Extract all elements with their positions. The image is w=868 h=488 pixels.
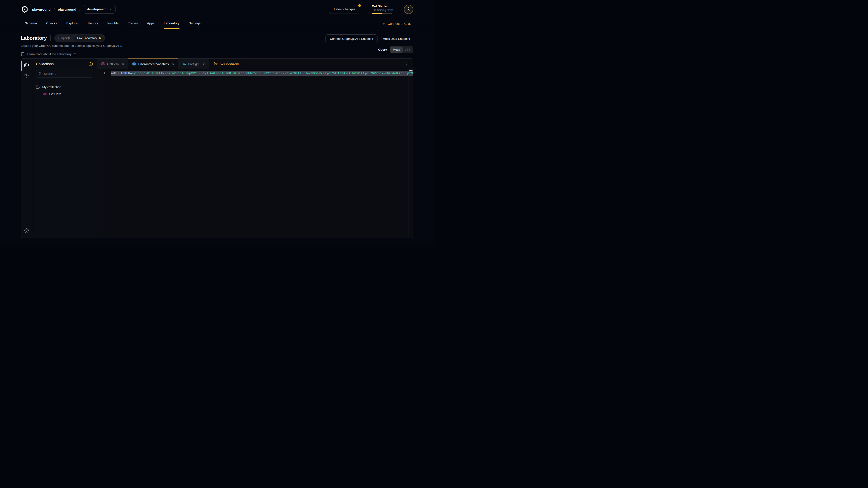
- rail-history-button[interactable]: [23, 72, 31, 80]
- learn-more-label: Learn more about the Laboratory: [27, 53, 71, 56]
- env-var-value: eyJhbGciOiJIUzI1NiIsInR5cCI6IkpXVCJ9.eyJ…: [132, 71, 413, 75]
- nav-tab-apps[interactable]: Apps: [147, 19, 154, 29]
- operation-name: GetHero: [49, 92, 61, 96]
- collections-search: [36, 70, 93, 77]
- collections-panel: Collections My Collection: [32, 59, 97, 238]
- folder-open-icon: [36, 85, 40, 89]
- globe-icon: [132, 62, 136, 66]
- editor-tabbar: GetHero × Environment Variables × Prefli…: [97, 59, 413, 69]
- laboratory-mode-toggle: GraphiQL Hive Laboratory: [54, 34, 105, 42]
- page-subtitle: Explore your GraphQL schema and run quer…: [21, 44, 122, 47]
- mode-option-graphiql[interactable]: GraphiQL: [55, 35, 74, 41]
- scrollbar-thumb[interactable]: [409, 70, 412, 71]
- query-mode-toggle: Mock API: [390, 46, 413, 53]
- graphql-logo-icon: [101, 62, 105, 66]
- get-started-title: Get Started: [372, 4, 393, 8]
- close-icon[interactable]: ×: [122, 62, 124, 66]
- nav-tab-explorer[interactable]: Explorer: [66, 19, 79, 29]
- chevron-down-icon: [109, 8, 112, 11]
- fullscreen-button[interactable]: [402, 59, 413, 69]
- query-mode-mock[interactable]: Mock: [390, 46, 403, 53]
- rail-settings-button[interactable]: [23, 227, 31, 235]
- nav-tab-traces[interactable]: Traces: [128, 19, 138, 29]
- nav-tab-laboratory[interactable]: Laboratory: [164, 19, 180, 29]
- header-right: Latest changes Get Started 3 remaining t…: [329, 4, 413, 14]
- tab-gethero-label: GetHero: [107, 62, 119, 66]
- page-title: Laboratory: [21, 35, 47, 41]
- notification-dot: [358, 4, 361, 7]
- nav-tab-insights[interactable]: Insights: [107, 19, 119, 29]
- breadcrumb-org[interactable]: playground: [32, 7, 51, 11]
- mode-active-dot: [99, 37, 101, 39]
- add-operation-button[interactable]: Add operation: [209, 59, 244, 69]
- maximize-icon: [406, 61, 410, 66]
- rail-collections-button[interactable]: [23, 61, 31, 70]
- page-head: Laboratory GraphiQL Hive Laboratory Expl…: [0, 29, 434, 58]
- query-mode-row: Query Mock API: [378, 46, 413, 53]
- tab-preflight[interactable]: Preflight ×: [178, 59, 209, 69]
- breadcrumb-project[interactable]: playground: [58, 7, 76, 11]
- project-nav-tabs: Schema Checks Explorer History Insights …: [25, 19, 200, 29]
- gear-icon: [24, 228, 29, 234]
- folders-icon: [24, 63, 29, 68]
- hive-logo-icon[interactable]: [21, 5, 29, 13]
- nav-tab-checks[interactable]: Checks: [46, 19, 57, 29]
- breadcrumb: playground / playground / development: [32, 5, 116, 13]
- nav-tab-schema[interactable]: Schema: [25, 19, 37, 29]
- folder-plus-icon: [89, 62, 93, 67]
- tab-gethero[interactable]: GetHero ×: [97, 59, 128, 69]
- search-input[interactable]: [36, 70, 93, 77]
- script-icon: [182, 62, 186, 66]
- sidebar-rail: [21, 59, 32, 238]
- selected-code-text: AUTH_TOKEN=eyJhbGciOiJIUzI1NiIsInR5cCI6I…: [111, 71, 413, 76]
- close-icon[interactable]: ×: [203, 62, 205, 66]
- plus-circle-icon: [214, 61, 218, 66]
- project-nav: Schema Checks Explorer History Insights …: [0, 19, 434, 29]
- query-mode-api[interactable]: API: [403, 46, 413, 53]
- nav-tab-history[interactable]: History: [88, 19, 98, 29]
- close-icon[interactable]: ×: [172, 62, 174, 66]
- mock-data-endpoint-button[interactable]: Mock Data Endpoint: [379, 34, 413, 43]
- add-collection-button[interactable]: [88, 61, 93, 67]
- latest-changes-button[interactable]: Latest changes: [329, 5, 360, 14]
- get-started-subtitle: 3 remaining tasks: [372, 8, 393, 12]
- user-avatar[interactable]: [404, 5, 413, 14]
- history-icon: [24, 73, 29, 78]
- title-row: Laboratory GraphiQL Hive Laboratory: [21, 34, 122, 42]
- learn-more-link[interactable]: Learn more about the Laboratory: [21, 52, 122, 56]
- tab-environment-variables-label: Environment Variables: [138, 62, 169, 66]
- env-variables-editor[interactable]: 1 AUTH_TOKEN=eyJhbGciOiJIUzI1NiIsInR5cCI…: [97, 69, 413, 238]
- operation-row[interactable]: GetHero: [43, 91, 93, 97]
- get-started-widget[interactable]: Get Started 3 remaining tasks: [372, 4, 393, 14]
- graphql-logo-icon: [43, 92, 47, 96]
- top-header: playground / playground / development La…: [0, 0, 434, 19]
- collection-children: GetHero: [40, 91, 93, 97]
- tab-environment-variables[interactable]: Environment Variables ×: [128, 59, 178, 69]
- query-label: Query: [378, 48, 387, 51]
- page-head-right: Connect GraphQL API Endpoint Mock Data E…: [326, 34, 413, 58]
- rail-active-indicator: [21, 61, 22, 71]
- line-number: 1: [97, 71, 107, 76]
- laboratory-panel: Collections My Collection: [21, 58, 413, 238]
- target-selector-value: development: [87, 7, 106, 11]
- collections-header: Collections: [36, 61, 93, 67]
- breadcrumb-separator: /: [54, 7, 55, 11]
- link-icon: [381, 22, 385, 26]
- tabbar-spacer: [244, 59, 402, 69]
- connect-cdn-label: Connect to CDN: [388, 22, 411, 26]
- collections-title: Collections: [36, 62, 54, 66]
- collection-folder-row[interactable]: My Collection: [36, 84, 93, 90]
- mode-option-hive-label: Hive Laboratory: [77, 37, 97, 40]
- connect-graphql-endpoint-button[interactable]: Connect GraphQL API Endpoint: [326, 34, 378, 43]
- collections-tree: My Collection GetHero: [36, 84, 93, 97]
- header-left: playground / playground / development: [21, 5, 116, 13]
- nav-tab-settings[interactable]: Settings: [189, 19, 200, 29]
- latest-changes-label: Latest changes: [334, 7, 355, 11]
- connect-cdn-link[interactable]: Connect to CDN: [381, 19, 411, 29]
- collection-name: My Collection: [42, 86, 61, 89]
- breadcrumb-separator: /: [80, 7, 81, 11]
- book-icon: [21, 52, 25, 56]
- code-line-1: 1 AUTH_TOKEN=eyJhbGciOiJIUzI1NiIsInR5cCI…: [97, 71, 413, 76]
- mode-option-hive-laboratory[interactable]: Hive Laboratory: [74, 35, 104, 41]
- target-selector[interactable]: development: [84, 5, 116, 13]
